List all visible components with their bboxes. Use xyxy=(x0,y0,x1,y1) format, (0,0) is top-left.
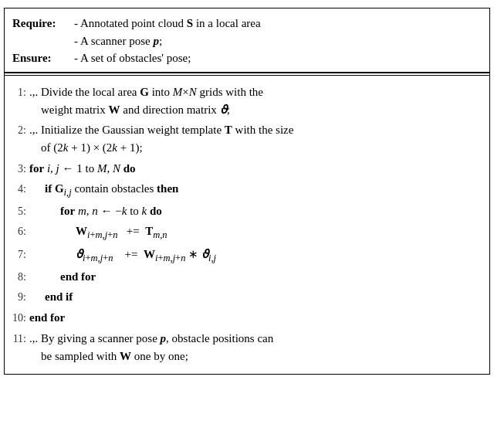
line-num-2c xyxy=(12,139,29,140)
line-2-cont: of (2k + 1) × (2k + 1); xyxy=(12,139,482,157)
line-num-4: 4: xyxy=(12,180,29,198)
line-num-6: 6: xyxy=(12,222,29,240)
line-num-3: 3: xyxy=(12,160,29,178)
line-content-2: .,. Initialize the Gaussian weight templ… xyxy=(29,121,482,139)
line-content-1: .,. Divide the local area G into M×N gri… xyxy=(29,83,482,101)
line-content-10: end for xyxy=(29,309,482,327)
line-num-1c xyxy=(12,101,29,102)
line-8: 8: end for xyxy=(12,268,482,286)
ensure-row: Ensure: - A set of obstacles' pose; xyxy=(12,49,482,67)
line-num-9: 9: xyxy=(12,288,29,306)
ensure-label: Ensure: xyxy=(12,49,74,67)
line-num-1: 1: xyxy=(12,83,29,101)
line-num-11c xyxy=(12,348,29,348)
line-content-9: end if xyxy=(29,288,482,306)
line-10: 10: end for xyxy=(12,309,482,327)
line-num-5: 5: xyxy=(12,202,29,220)
line-num-11: 11: xyxy=(12,330,29,348)
line-num-8: 8: xyxy=(12,268,29,286)
header-section: Require: - Annotated point cloud S in a … xyxy=(5,8,489,73)
require-item-1: - Annotated point cloud S in a local are… xyxy=(74,15,482,32)
line-9: 9: end if xyxy=(12,288,482,306)
ensure-content: - A set of obstacles' pose; xyxy=(74,49,482,67)
line-1-cont: weight matrix W and direction matrix ϑ; xyxy=(12,101,482,119)
line-content-4: if Gi,j contain obstacles then xyxy=(29,180,482,200)
line-4: 4: if Gi,j contain obstacles then xyxy=(12,180,482,200)
line-7: 7: ϑi+m,j+n += Wi+m,j+n ∗ ϑi,j xyxy=(12,246,482,266)
require-label: Require: xyxy=(12,15,74,32)
line-2: 2: .,. Initialize the Gaussian weight te… xyxy=(12,121,482,139)
line-6: 6: Wi+m,j+n += Tm,n xyxy=(12,222,482,243)
line-content-11c: be sampled with W one by one; xyxy=(29,348,482,365)
line-content-6: Wi+m,j+n += Tm,n xyxy=(29,222,482,243)
line-content-11: .,. By giving a scanner pose p, obstacle… xyxy=(29,330,482,348)
divider xyxy=(5,75,489,76)
line-11-cont: be sampled with W one by one; xyxy=(12,348,482,365)
require-content: - Annotated point cloud S in a local are… xyxy=(74,15,482,49)
line-content-8: end for xyxy=(29,268,482,286)
line-content-7: ϑi+m,j+n += Wi+m,j+n ∗ ϑi,j xyxy=(29,246,482,266)
line-3: 3: for i, j ← 1 to M, N do xyxy=(12,160,482,178)
line-num-10: 10: xyxy=(12,309,29,327)
require-row: Require: - Annotated point cloud S in a … xyxy=(12,15,482,49)
line-content-3: for i, j ← 1 to M, N do xyxy=(29,160,482,178)
algorithm-box: Require: - Annotated point cloud S in a … xyxy=(4,8,490,375)
line-content-1c: weight matrix W and direction matrix ϑ; xyxy=(29,101,482,119)
require-item-2: - A scanner pose p; xyxy=(74,32,482,50)
body-section: 1: .,. Divide the local area G into M×N … xyxy=(5,79,489,375)
ensure-item-1: - A set of obstacles' pose; xyxy=(74,49,482,67)
line-11: 11: .,. By giving a scanner pose p, obst… xyxy=(12,330,482,348)
line-content-5: for m, n ← −k to k do xyxy=(29,202,482,220)
line-1: 1: .,. Divide the local area G into M×N … xyxy=(12,83,482,101)
line-num-2: 2: xyxy=(12,121,29,139)
line-content-2c: of (2k + 1) × (2k + 1); xyxy=(29,139,482,157)
line-5: 5: for m, n ← −k to k do xyxy=(12,202,482,220)
line-num-7: 7: xyxy=(12,246,29,263)
